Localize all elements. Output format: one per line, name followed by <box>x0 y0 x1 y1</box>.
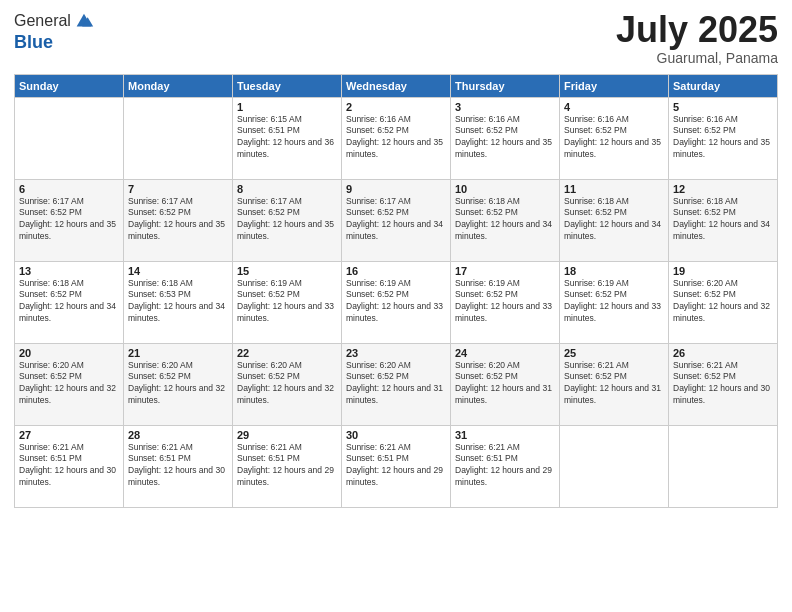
calendar-week-row: 13Sunrise: 6:18 AM Sunset: 6:52 PM Dayli… <box>15 261 778 343</box>
day-number: 4 <box>564 101 664 113</box>
day-number: 20 <box>19 347 119 359</box>
day-number: 27 <box>19 429 119 441</box>
logo-general-text: General <box>14 12 71 30</box>
day-number: 21 <box>128 347 228 359</box>
calendar-cell: 13Sunrise: 6:18 AM Sunset: 6:52 PM Dayli… <box>15 261 124 343</box>
calendar-cell: 22Sunrise: 6:20 AM Sunset: 6:52 PM Dayli… <box>233 343 342 425</box>
day-sun-info: Sunrise: 6:17 AM Sunset: 6:52 PM Dayligh… <box>19 196 119 244</box>
day-number: 8 <box>237 183 337 195</box>
header-wednesday: Wednesday <box>342 74 451 97</box>
calendar-cell: 19Sunrise: 6:20 AM Sunset: 6:52 PM Dayli… <box>669 261 778 343</box>
day-number: 12 <box>673 183 773 195</box>
day-number: 6 <box>19 183 119 195</box>
day-sun-info: Sunrise: 6:19 AM Sunset: 6:52 PM Dayligh… <box>564 278 664 326</box>
calendar-cell: 29Sunrise: 6:21 AM Sunset: 6:51 PM Dayli… <box>233 425 342 507</box>
day-sun-info: Sunrise: 6:19 AM Sunset: 6:52 PM Dayligh… <box>237 278 337 326</box>
day-number: 18 <box>564 265 664 277</box>
month-title: July 2025 <box>616 10 778 50</box>
calendar-cell: 7Sunrise: 6:17 AM Sunset: 6:52 PM Daylig… <box>124 179 233 261</box>
day-number: 14 <box>128 265 228 277</box>
day-sun-info: Sunrise: 6:21 AM Sunset: 6:52 PM Dayligh… <box>673 360 773 408</box>
day-sun-info: Sunrise: 6:20 AM Sunset: 6:52 PM Dayligh… <box>455 360 555 408</box>
day-number: 16 <box>346 265 446 277</box>
calendar-cell: 20Sunrise: 6:20 AM Sunset: 6:52 PM Dayli… <box>15 343 124 425</box>
day-sun-info: Sunrise: 6:21 AM Sunset: 6:51 PM Dayligh… <box>19 442 119 490</box>
day-sun-info: Sunrise: 6:18 AM Sunset: 6:52 PM Dayligh… <box>455 196 555 244</box>
location-title: Guarumal, Panama <box>616 50 778 66</box>
calendar-week-row: 27Sunrise: 6:21 AM Sunset: 6:51 PM Dayli… <box>15 425 778 507</box>
calendar-cell: 14Sunrise: 6:18 AM Sunset: 6:53 PM Dayli… <box>124 261 233 343</box>
calendar-week-row: 6Sunrise: 6:17 AM Sunset: 6:52 PM Daylig… <box>15 179 778 261</box>
day-sun-info: Sunrise: 6:20 AM Sunset: 6:52 PM Dayligh… <box>673 278 773 326</box>
calendar-cell <box>560 425 669 507</box>
header-saturday: Saturday <box>669 74 778 97</box>
day-sun-info: Sunrise: 6:16 AM Sunset: 6:52 PM Dayligh… <box>564 114 664 162</box>
day-sun-info: Sunrise: 6:16 AM Sunset: 6:52 PM Dayligh… <box>346 114 446 162</box>
day-sun-info: Sunrise: 6:21 AM Sunset: 6:51 PM Dayligh… <box>237 442 337 490</box>
calendar-week-row: 1Sunrise: 6:15 AM Sunset: 6:51 PM Daylig… <box>15 97 778 179</box>
calendar-cell: 8Sunrise: 6:17 AM Sunset: 6:52 PM Daylig… <box>233 179 342 261</box>
day-sun-info: Sunrise: 6:18 AM Sunset: 6:53 PM Dayligh… <box>128 278 228 326</box>
day-number: 7 <box>128 183 228 195</box>
day-number: 30 <box>346 429 446 441</box>
day-sun-info: Sunrise: 6:17 AM Sunset: 6:52 PM Dayligh… <box>237 196 337 244</box>
calendar-cell: 9Sunrise: 6:17 AM Sunset: 6:52 PM Daylig… <box>342 179 451 261</box>
calendar-cell: 3Sunrise: 6:16 AM Sunset: 6:52 PM Daylig… <box>451 97 560 179</box>
calendar-cell: 30Sunrise: 6:21 AM Sunset: 6:51 PM Dayli… <box>342 425 451 507</box>
day-sun-info: Sunrise: 6:19 AM Sunset: 6:52 PM Dayligh… <box>455 278 555 326</box>
day-sun-info: Sunrise: 6:16 AM Sunset: 6:52 PM Dayligh… <box>673 114 773 162</box>
calendar-cell: 5Sunrise: 6:16 AM Sunset: 6:52 PM Daylig… <box>669 97 778 179</box>
calendar-week-row: 20Sunrise: 6:20 AM Sunset: 6:52 PM Dayli… <box>15 343 778 425</box>
day-sun-info: Sunrise: 6:18 AM Sunset: 6:52 PM Dayligh… <box>673 196 773 244</box>
day-sun-info: Sunrise: 6:21 AM Sunset: 6:51 PM Dayligh… <box>128 442 228 490</box>
day-sun-info: Sunrise: 6:17 AM Sunset: 6:52 PM Dayligh… <box>128 196 228 244</box>
day-sun-info: Sunrise: 6:19 AM Sunset: 6:52 PM Dayligh… <box>346 278 446 326</box>
day-sun-info: Sunrise: 6:18 AM Sunset: 6:52 PM Dayligh… <box>564 196 664 244</box>
day-number: 10 <box>455 183 555 195</box>
calendar-cell <box>124 97 233 179</box>
day-number: 5 <box>673 101 773 113</box>
day-number: 25 <box>564 347 664 359</box>
day-sun-info: Sunrise: 6:20 AM Sunset: 6:52 PM Dayligh… <box>346 360 446 408</box>
title-block: July 2025 Guarumal, Panama <box>616 10 778 66</box>
header-monday: Monday <box>124 74 233 97</box>
calendar-cell: 12Sunrise: 6:18 AM Sunset: 6:52 PM Dayli… <box>669 179 778 261</box>
calendar-cell: 21Sunrise: 6:20 AM Sunset: 6:52 PM Dayli… <box>124 343 233 425</box>
calendar-cell: 11Sunrise: 6:18 AM Sunset: 6:52 PM Dayli… <box>560 179 669 261</box>
day-number: 29 <box>237 429 337 441</box>
day-sun-info: Sunrise: 6:21 AM Sunset: 6:51 PM Dayligh… <box>455 442 555 490</box>
calendar-cell: 6Sunrise: 6:17 AM Sunset: 6:52 PM Daylig… <box>15 179 124 261</box>
day-number: 17 <box>455 265 555 277</box>
day-number: 15 <box>237 265 337 277</box>
day-sun-info: Sunrise: 6:20 AM Sunset: 6:52 PM Dayligh… <box>237 360 337 408</box>
calendar-cell: 26Sunrise: 6:21 AM Sunset: 6:52 PM Dayli… <box>669 343 778 425</box>
day-sun-info: Sunrise: 6:21 AM Sunset: 6:51 PM Dayligh… <box>346 442 446 490</box>
day-number: 9 <box>346 183 446 195</box>
calendar-cell: 24Sunrise: 6:20 AM Sunset: 6:52 PM Dayli… <box>451 343 560 425</box>
day-sun-info: Sunrise: 6:15 AM Sunset: 6:51 PM Dayligh… <box>237 114 337 162</box>
day-number: 11 <box>564 183 664 195</box>
logo: General Blue <box>14 10 95 53</box>
day-number: 31 <box>455 429 555 441</box>
day-number: 26 <box>673 347 773 359</box>
calendar-cell: 10Sunrise: 6:18 AM Sunset: 6:52 PM Dayli… <box>451 179 560 261</box>
calendar-cell: 31Sunrise: 6:21 AM Sunset: 6:51 PM Dayli… <box>451 425 560 507</box>
calendar-cell: 1Sunrise: 6:15 AM Sunset: 6:51 PM Daylig… <box>233 97 342 179</box>
calendar-cell <box>669 425 778 507</box>
calendar-cell: 16Sunrise: 6:19 AM Sunset: 6:52 PM Dayli… <box>342 261 451 343</box>
day-number: 13 <box>19 265 119 277</box>
day-number: 24 <box>455 347 555 359</box>
header-thursday: Thursday <box>451 74 560 97</box>
logo-icon <box>73 10 95 32</box>
calendar-cell: 27Sunrise: 6:21 AM Sunset: 6:51 PM Dayli… <box>15 425 124 507</box>
calendar-header-row: Sunday Monday Tuesday Wednesday Thursday… <box>15 74 778 97</box>
day-sun-info: Sunrise: 6:17 AM Sunset: 6:52 PM Dayligh… <box>346 196 446 244</box>
day-number: 28 <box>128 429 228 441</box>
calendar-cell: 4Sunrise: 6:16 AM Sunset: 6:52 PM Daylig… <box>560 97 669 179</box>
page-header: General Blue July 2025 Guarumal, Panama <box>14 10 778 66</box>
calendar-cell: 28Sunrise: 6:21 AM Sunset: 6:51 PM Dayli… <box>124 425 233 507</box>
day-sun-info: Sunrise: 6:16 AM Sunset: 6:52 PM Dayligh… <box>455 114 555 162</box>
calendar-cell: 23Sunrise: 6:20 AM Sunset: 6:52 PM Dayli… <box>342 343 451 425</box>
calendar-cell: 18Sunrise: 6:19 AM Sunset: 6:52 PM Dayli… <box>560 261 669 343</box>
calendar-cell: 2Sunrise: 6:16 AM Sunset: 6:52 PM Daylig… <box>342 97 451 179</box>
